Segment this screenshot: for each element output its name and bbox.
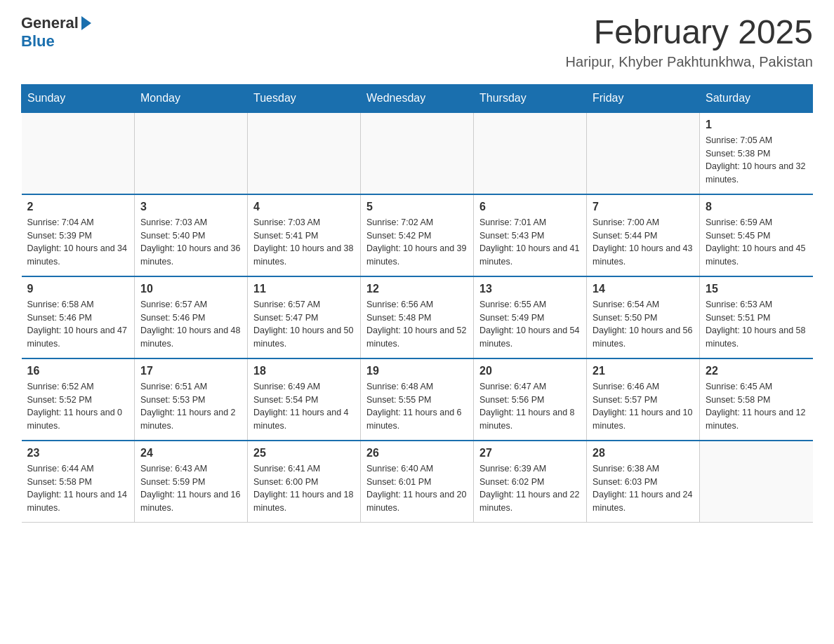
- calendar-table: SundayMondayTuesdayWednesdayThursdayFrid…: [21, 84, 813, 523]
- day-info: Sunrise: 6:57 AM Sunset: 5:47 PM Dayligh…: [253, 298, 355, 351]
- calendar-week-row: 16Sunrise: 6:52 AM Sunset: 5:52 PM Dayli…: [22, 358, 813, 441]
- calendar-day-cell: 2Sunrise: 7:04 AM Sunset: 5:39 PM Daylig…: [22, 194, 135, 276]
- day-info: Sunrise: 6:39 AM Sunset: 6:02 PM Dayligh…: [479, 462, 581, 515]
- calendar-day-cell: [361, 112, 474, 194]
- calendar-week-row: 9Sunrise: 6:58 AM Sunset: 5:46 PM Daylig…: [22, 276, 813, 358]
- day-number: 18: [253, 365, 355, 377]
- logo-text-general: General: [21, 14, 79, 32]
- calendar-day-cell: [474, 112, 587, 194]
- day-of-week-header: Saturday: [700, 84, 813, 112]
- day-info: Sunrise: 6:44 AM Sunset: 5:58 PM Dayligh…: [27, 462, 129, 515]
- day-number: 21: [593, 365, 694, 377]
- month-title: February 2025: [566, 14, 813, 51]
- calendar-day-cell: 21Sunrise: 6:46 AM Sunset: 5:57 PM Dayli…: [587, 358, 700, 441]
- day-number: 9: [27, 283, 129, 295]
- day-number: 20: [479, 365, 581, 377]
- calendar-week-row: 1Sunrise: 7:05 AM Sunset: 5:38 PM Daylig…: [22, 112, 813, 194]
- page-header: General Blue February 2025 Haripur, Khyb…: [21, 14, 813, 70]
- day-of-week-header: Friday: [587, 84, 700, 112]
- calendar-day-cell: 12Sunrise: 6:56 AM Sunset: 5:48 PM Dayli…: [361, 276, 474, 358]
- day-number: 22: [706, 365, 807, 377]
- day-info: Sunrise: 6:58 AM Sunset: 5:46 PM Dayligh…: [27, 298, 129, 351]
- calendar-day-cell: [587, 112, 700, 194]
- day-number: 25: [253, 447, 355, 459]
- day-number: 16: [27, 365, 129, 377]
- calendar-day-cell: 19Sunrise: 6:48 AM Sunset: 5:55 PM Dayli…: [361, 358, 474, 441]
- calendar-day-cell: 27Sunrise: 6:39 AM Sunset: 6:02 PM Dayli…: [474, 441, 587, 523]
- calendar-day-cell: 28Sunrise: 6:38 AM Sunset: 6:03 PM Dayli…: [587, 441, 700, 523]
- day-number: 27: [479, 447, 581, 459]
- calendar-day-cell: 3Sunrise: 7:03 AM Sunset: 5:40 PM Daylig…: [135, 194, 248, 276]
- calendar-day-cell: 5Sunrise: 7:02 AM Sunset: 5:42 PM Daylig…: [361, 194, 474, 276]
- day-number: 10: [140, 283, 241, 295]
- calendar-day-cell: 9Sunrise: 6:58 AM Sunset: 5:46 PM Daylig…: [22, 276, 135, 358]
- day-info: Sunrise: 7:01 AM Sunset: 5:43 PM Dayligh…: [479, 216, 581, 269]
- day-number: 12: [366, 283, 468, 295]
- day-info: Sunrise: 6:57 AM Sunset: 5:46 PM Dayligh…: [140, 298, 241, 351]
- calendar-day-cell: 6Sunrise: 7:01 AM Sunset: 5:43 PM Daylig…: [474, 194, 587, 276]
- calendar-day-cell: [135, 112, 248, 194]
- day-info: Sunrise: 6:46 AM Sunset: 5:57 PM Dayligh…: [593, 380, 694, 433]
- calendar-day-cell: 23Sunrise: 6:44 AM Sunset: 5:58 PM Dayli…: [22, 441, 135, 523]
- day-number: 23: [27, 447, 129, 459]
- day-info: Sunrise: 7:00 AM Sunset: 5:44 PM Dayligh…: [593, 216, 694, 269]
- title-block: February 2025 Haripur, Khyber Pakhtunkhw…: [566, 14, 813, 70]
- day-number: 26: [366, 447, 468, 459]
- day-number: 2: [27, 201, 129, 213]
- calendar-week-row: 23Sunrise: 6:44 AM Sunset: 5:58 PM Dayli…: [22, 441, 813, 523]
- day-number: 5: [366, 201, 468, 213]
- day-number: 19: [366, 365, 468, 377]
- calendar-day-cell: 10Sunrise: 6:57 AM Sunset: 5:46 PM Dayli…: [135, 276, 248, 358]
- calendar-day-cell: 17Sunrise: 6:51 AM Sunset: 5:53 PM Dayli…: [135, 358, 248, 441]
- calendar-header: SundayMondayTuesdayWednesdayThursdayFrid…: [22, 84, 813, 112]
- calendar-day-cell: 18Sunrise: 6:49 AM Sunset: 5:54 PM Dayli…: [248, 358, 361, 441]
- calendar-day-cell: 7Sunrise: 7:00 AM Sunset: 5:44 PM Daylig…: [587, 194, 700, 276]
- day-info: Sunrise: 7:03 AM Sunset: 5:40 PM Dayligh…: [140, 216, 241, 269]
- calendar-day-cell: [248, 112, 361, 194]
- day-info: Sunrise: 6:52 AM Sunset: 5:52 PM Dayligh…: [27, 380, 129, 433]
- calendar-week-row: 2Sunrise: 7:04 AM Sunset: 5:39 PM Daylig…: [22, 194, 813, 276]
- day-info: Sunrise: 7:02 AM Sunset: 5:42 PM Dayligh…: [366, 216, 468, 269]
- day-of-week-header: Tuesday: [248, 84, 361, 112]
- day-number: 4: [253, 201, 355, 213]
- day-number: 24: [140, 447, 241, 459]
- day-number: 8: [706, 201, 807, 213]
- day-number: 3: [140, 201, 241, 213]
- day-info: Sunrise: 6:48 AM Sunset: 5:55 PM Dayligh…: [366, 380, 468, 433]
- day-of-week-header: Monday: [135, 84, 248, 112]
- day-number: 6: [479, 201, 581, 213]
- logo-text-blue: Blue: [21, 32, 55, 51]
- day-info: Sunrise: 6:53 AM Sunset: 5:51 PM Dayligh…: [706, 298, 807, 351]
- day-info: Sunrise: 6:43 AM Sunset: 5:59 PM Dayligh…: [140, 462, 241, 515]
- day-info: Sunrise: 6:49 AM Sunset: 5:54 PM Dayligh…: [253, 380, 355, 433]
- day-number: 17: [140, 365, 241, 377]
- calendar-day-cell: [700, 441, 813, 523]
- day-info: Sunrise: 6:56 AM Sunset: 5:48 PM Dayligh…: [366, 298, 468, 351]
- day-info: Sunrise: 6:40 AM Sunset: 6:01 PM Dayligh…: [366, 462, 468, 515]
- logo: General Blue: [21, 14, 93, 51]
- calendar-day-cell: 24Sunrise: 6:43 AM Sunset: 5:59 PM Dayli…: [135, 441, 248, 523]
- calendar-day-cell: 15Sunrise: 6:53 AM Sunset: 5:51 PM Dayli…: [700, 276, 813, 358]
- day-info: Sunrise: 6:55 AM Sunset: 5:49 PM Dayligh…: [479, 298, 581, 351]
- logo-arrow-icon: [81, 16, 91, 30]
- day-number: 28: [593, 447, 694, 459]
- day-info: Sunrise: 7:04 AM Sunset: 5:39 PM Dayligh…: [27, 216, 129, 269]
- day-header-row: SundayMondayTuesdayWednesdayThursdayFrid…: [22, 84, 813, 112]
- day-number: 7: [593, 201, 694, 213]
- day-number: 1: [706, 119, 807, 131]
- calendar-day-cell: 20Sunrise: 6:47 AM Sunset: 5:56 PM Dayli…: [474, 358, 587, 441]
- day-number: 13: [479, 283, 581, 295]
- day-info: Sunrise: 6:59 AM Sunset: 5:45 PM Dayligh…: [706, 216, 807, 269]
- calendar-day-cell: [22, 112, 135, 194]
- calendar-day-cell: 4Sunrise: 7:03 AM Sunset: 5:41 PM Daylig…: [248, 194, 361, 276]
- calendar-day-cell: 22Sunrise: 6:45 AM Sunset: 5:58 PM Dayli…: [700, 358, 813, 441]
- day-number: 14: [593, 283, 694, 295]
- calendar-day-cell: 26Sunrise: 6:40 AM Sunset: 6:01 PM Dayli…: [361, 441, 474, 523]
- day-info: Sunrise: 7:05 AM Sunset: 5:38 PM Dayligh…: [706, 134, 807, 187]
- calendar-day-cell: 13Sunrise: 6:55 AM Sunset: 5:49 PM Dayli…: [474, 276, 587, 358]
- calendar-day-cell: 25Sunrise: 6:41 AM Sunset: 6:00 PM Dayli…: [248, 441, 361, 523]
- day-number: 11: [253, 283, 355, 295]
- calendar-day-cell: 8Sunrise: 6:59 AM Sunset: 5:45 PM Daylig…: [700, 194, 813, 276]
- calendar-day-cell: 16Sunrise: 6:52 AM Sunset: 5:52 PM Dayli…: [22, 358, 135, 441]
- day-number: 15: [706, 283, 807, 295]
